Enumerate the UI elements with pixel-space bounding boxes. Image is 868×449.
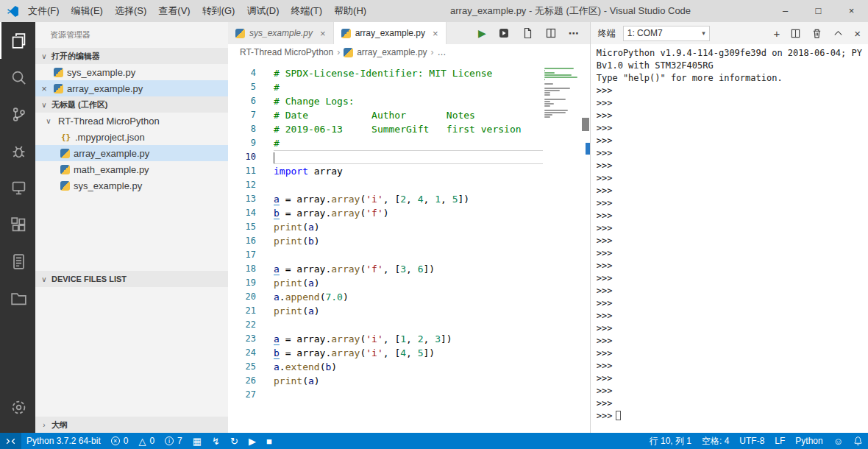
report-view-button[interactable] [0, 243, 35, 280]
feedback[interactable]: ☺ [828, 433, 848, 449]
python-interpreter[interactable]: Python 3.7.2 64-bit [21, 433, 106, 449]
split-editor-button[interactable] [545, 27, 557, 39]
code-line-9[interactable]: 9# [228, 136, 543, 150]
device-run[interactable]: ▶ [243, 433, 261, 449]
code-line-25[interactable]: 25a.extend(b) [228, 360, 543, 374]
tree-item-.mpyproject.json[interactable]: {}.mpyproject.json [35, 129, 228, 145]
code-line-15[interactable]: 15print(a) [228, 220, 543, 234]
tree-folder-RT-Thread MicroPython[interactable]: ∨RT-Thread MicroPython [35, 113, 228, 129]
code-token: ) [343, 291, 349, 303]
breadcrumb-item[interactable]: … [438, 47, 447, 57]
more-actions-button[interactable]: ⋯ [569, 27, 580, 39]
infos[interactable]: i7 [160, 433, 188, 449]
tab-sys_example.py[interactable]: sys_example.py× [228, 22, 334, 44]
code-line-24[interactable]: 24b = array.array('i', [4, 5]) [228, 346, 543, 360]
open-editor-item-array_example.py[interactable]: ×array_example.py [35, 80, 228, 96]
tree-item-array_example.py[interactable]: array_example.py [35, 145, 228, 161]
close-icon[interactable]: × [433, 28, 438, 39]
menu-item-7[interactable]: 帮助(H) [328, 0, 372, 22]
tab-array_example.py[interactable]: array_example.py× [334, 22, 447, 44]
code-line-7[interactable]: 7# Date Author Notes [228, 108, 543, 122]
folder-view-button[interactable] [0, 280, 35, 317]
menu-item-1[interactable]: 编辑(E) [65, 0, 109, 22]
code-line-8[interactable]: 8# 2019-06-13 SummerGift first version [228, 122, 543, 136]
extensions-view-button[interactable] [0, 206, 35, 243]
code-line-18[interactable]: 18a = array.array('f', [3, 6]) [228, 262, 543, 276]
json-file-icon: {} [60, 132, 71, 142]
open-editor-item-sys_example.py[interactable]: sys_example.py [35, 64, 228, 80]
breadcrumb-item[interactable]: array_example.py [357, 47, 427, 57]
device-flash[interactable]: ↯ [207, 433, 225, 449]
maximize-button[interactable]: □ [802, 0, 835, 22]
errors[interactable]: ×0 [106, 433, 134, 449]
notifications[interactable] [848, 433, 868, 449]
settings-button[interactable] [0, 389, 35, 425]
code-line-11[interactable]: 11import array [228, 164, 543, 178]
menu-item-0[interactable]: 文件(F) [22, 0, 65, 22]
minimize-button[interactable]: – [769, 0, 802, 22]
encoding[interactable]: UTF-8 [734, 433, 769, 449]
split-terminal-button[interactable] [790, 28, 801, 39]
maximize-panel-button[interactable] [833, 28, 844, 39]
cursor-position[interactable]: 行 10, 列 1 [644, 433, 697, 449]
code-line-12[interactable]: 12 [228, 178, 543, 192]
menu-item-4[interactable]: 转到(G) [196, 0, 241, 22]
device-sync[interactable]: ↻ [225, 433, 243, 449]
terminal-body[interactable]: MicroPython v1.9.4-114-g309fe39d on 2018… [591, 44, 868, 433]
close-button[interactable]: × [835, 0, 868, 22]
source-control-view-button[interactable] [0, 96, 35, 132]
code-line-19[interactable]: 19print(a) [228, 276, 543, 290]
code-line-6[interactable]: 6# Change Logs: [228, 94, 543, 108]
code-line-21[interactable]: 21print(a) [228, 304, 543, 318]
device-view-button[interactable] [0, 169, 35, 206]
minimap[interactable] [543, 60, 581, 433]
code-line-20[interactable]: 20a.append(7.0) [228, 290, 543, 304]
warnings[interactable]: △0 [133, 433, 160, 449]
tree-item-math_example.py[interactable]: math_example.py [35, 161, 228, 177]
remote-indicator[interactable] [0, 433, 21, 449]
menu-item-2[interactable]: 选择(S) [109, 0, 152, 22]
breadcrumb-item[interactable]: RT-Thread MicroPython [240, 47, 333, 57]
code-line-13[interactable]: 13a = array.array('i', [2, 4, 1, 5]) [228, 192, 543, 206]
code-area[interactable]: 4# SPDX-License-Identifier: MIT License5… [228, 60, 543, 433]
menu-item-3[interactable]: 查看(V) [152, 0, 196, 22]
device-files-header[interactable]: ∨ DEVICE FILES LIST [35, 271, 228, 287]
outline-header[interactable]: › 大纲 [35, 417, 228, 433]
workspace-header[interactable]: ∨ 无标题 (工作区) [35, 96, 228, 113]
code-line-16[interactable]: 16print(b) [228, 234, 543, 248]
language-mode[interactable]: Python [790, 433, 828, 449]
code-line-22[interactable]: 22 [228, 318, 543, 332]
close-icon[interactable]: × [320, 28, 326, 39]
python-file-icon [60, 165, 70, 174]
code-line-27[interactable]: 27 [228, 388, 543, 402]
code-line-23[interactable]: 23a = array.array('i', [1, 2, 3]) [228, 332, 543, 346]
panel-tab-terminal[interactable]: 终端 [598, 27, 616, 40]
search-view-button[interactable] [0, 59, 35, 96]
menu-item-5[interactable]: 调试(D) [241, 0, 285, 22]
code-line-26[interactable]: 26print(a) [228, 374, 543, 388]
open-file-button[interactable] [522, 27, 533, 39]
menu-item-6[interactable]: 终端(T) [285, 0, 328, 22]
close-icon[interactable]: × [38, 83, 50, 94]
terminal-picker[interactable]: 1: COM7 ▾ [623, 26, 710, 41]
new-terminal-button[interactable]: + [773, 27, 780, 40]
indentation[interactable]: 空格: 4 [697, 433, 734, 449]
eol[interactable]: LF [769, 433, 790, 449]
editor-scrollbar[interactable] [581, 60, 590, 433]
code-line-10[interactable]: 10 [228, 150, 543, 164]
debug-view-button[interactable] [0, 132, 35, 169]
device-stop[interactable]: ■ [261, 433, 277, 449]
kill-terminal-button[interactable] [811, 28, 822, 39]
device-download[interactable]: ▦ [188, 433, 207, 449]
code-line-5[interactable]: 5# [228, 80, 543, 94]
code-line-17[interactable]: 17 [228, 248, 543, 262]
code-line-4[interactable]: 4# SPDX-License-Identifier: MIT License [228, 66, 543, 80]
run-device-button[interactable] [498, 27, 510, 39]
code-line-14[interactable]: 14b = array.array('f') [228, 206, 543, 220]
explorer-view-button[interactable] [0, 22, 35, 59]
open-editors-header[interactable]: ∨ 打开的编辑器 [35, 48, 228, 64]
line-number: 19 [228, 276, 274, 290]
close-panel-button[interactable]: × [854, 27, 861, 40]
tree-item-sys_example.py[interactable]: sys_example.py [35, 177, 228, 194]
run-file-button[interactable]: ▶ [478, 27, 486, 39]
